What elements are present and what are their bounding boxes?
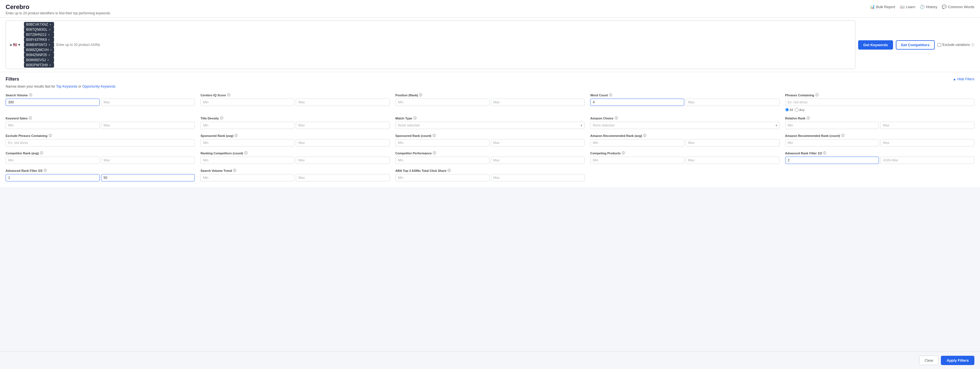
filter-label-text: Competitor Rank (avg) [6,152,39,155]
radio-any-input[interactable] [795,108,799,112]
radio-any-text: Any [799,108,805,112]
filter-min-advanced-rank-filter-1-2[interactable] [785,157,879,164]
filter-label-search-volume: Search Volumeⓘ [6,93,195,97]
asin-search-input[interactable] [55,42,853,47]
remove-asin-button[interactable]: × [48,53,50,57]
filter-group-advanced-rank-filter-1-2: Advanced Rank Filter 1/2ⓘ [785,151,974,164]
filters-title: Filters [6,77,19,82]
filter-group-title-density: Title Densityⓘ [200,116,390,129]
header-left: Cerebro Enter up to 20 product identifie… [6,3,111,15]
filter-min-competitor-performance[interactable] [395,157,490,164]
radio-all-input[interactable] [785,108,789,112]
asin-input-area[interactable]: a 🇺🇸 ▾ B0BCVK7XNZ×B08TQN83GL×B07Z8HN212×… [6,21,855,69]
radio-any-label[interactable]: Any [795,108,805,112]
filter-min-position-rank[interactable] [395,99,490,106]
filter-min-search-volume[interactable] [6,99,100,106]
filter-min-competitor-rank-avg[interactable] [6,157,100,164]
remove-asin-button[interactable]: × [50,48,52,51]
filter-group-sponsored-rank-avg: Sponsored Rank (avg)ⓘ [200,134,390,147]
remove-asin-button[interactable]: × [49,23,51,26]
country-dropdown-arrow[interactable]: ▾ [18,43,20,47]
remove-asin-button[interactable]: × [49,63,51,67]
filter-select-amazon-choice[interactable]: None selected [590,122,780,129]
filter-min-advanced-rank-filter-2-2[interactable] [6,174,100,181]
filter-min-amazon-recommended-rank-avg[interactable] [590,139,684,147]
filter-max-amazon-recommended-rank-count[interactable] [880,139,974,147]
history-icon: 🕐 [920,5,924,9]
filter-row-advanced-rank-filter-1-2 [785,157,974,164]
history-nav[interactable]: 🕐 History [920,5,937,9]
hide-filters-button[interactable]: ▲ Hide Filters [953,77,974,81]
top-keywords-link[interactable]: Top Keywords [56,85,77,88]
bulk-report-label: Bulk Report [876,5,895,9]
filter-max-relative-rank[interactable] [880,122,974,129]
filter-max-competitor-rank-avg[interactable] [101,157,195,164]
filter-label-text: Cerebro IQ Score [200,94,226,97]
learn-nav[interactable]: 📖 Learn [900,5,915,9]
filter-min-title-density[interactable] [200,122,294,129]
filter-max-position-rank[interactable] [491,99,585,106]
filter-min-sponsored-rank-count[interactable] [395,139,490,147]
filter-single-input-exclude-phrases[interactable] [6,139,195,147]
remove-asin-button[interactable]: × [49,28,51,31]
filter-max-advanced-rank-filter-1-2[interactable] [880,157,974,164]
filter-min-ranking-competitors-count[interactable] [200,157,294,164]
filter-max-amazon-recommended-rank-avg[interactable] [686,139,780,147]
info-icon: ⓘ [220,116,223,120]
remove-asin-button[interactable]: × [48,43,50,46]
filter-label-text: Advanced Rank Filter 1/2 [785,152,822,155]
filter-select-match-type[interactable]: None selected [395,122,585,129]
filter-min-keyword-sales[interactable] [6,122,100,129]
info-icon: ⓘ [447,168,450,173]
filter-min-search-volume-trend[interactable] [200,174,294,181]
filter-min-sponsored-rank-avg[interactable] [200,139,294,147]
filter-max-sponsored-rank-avg[interactable] [296,139,390,147]
remove-asin-button[interactable]: × [47,58,49,62]
info-icon: ⓘ [244,151,247,155]
filter-phrases-input-phrases-containing[interactable] [785,99,974,106]
filter-max-search-volume-trend[interactable] [296,174,390,181]
filter-row-competing-products [590,157,780,164]
common-words-nav[interactable]: 💬 Common Words [942,5,974,9]
common-words-icon: 💬 [942,5,947,9]
filter-max-competitor-performance[interactable] [491,157,585,164]
filter-max-title-density[interactable] [296,122,390,129]
asin-tag-label: B096992VSJ [26,58,46,62]
asin-tag-label: B07Z8HN212 [26,33,47,37]
history-label: History [926,5,937,9]
filter-label-text: Phrases Containing [785,94,814,97]
remove-asin-button[interactable]: × [48,33,49,36]
filter-min-cerebro-iq-score[interactable] [200,99,294,106]
filter-max-keyword-sales[interactable] [101,122,195,129]
get-competitors-button[interactable]: Get Competitors [896,40,935,50]
asin-tags-container: B0BCVK7XNZ×B08TQN83GL×B07Z8HN212×B09Y43T… [24,22,54,68]
filter-min-competing-products[interactable] [590,157,684,164]
filter-min-amazon-recommended-rank-count[interactable] [785,139,879,147]
exclude-info-icon: ⓘ [971,43,974,47]
opportunity-keywords-link[interactable]: Opportunity Keywords [82,85,115,88]
header-right: 📊 Bulk Report 📖 Learn 🕐 History 💬 Common… [870,5,974,9]
radio-all-label[interactable]: All [785,108,793,112]
bulk-report-nav[interactable]: 📊 Bulk Report [870,5,895,9]
filter-max-competing-products[interactable] [686,157,780,164]
filter-min-relative-rank[interactable] [785,122,879,129]
remove-asin-button[interactable]: × [48,38,50,42]
filter-label-cerebro-iq-score: Cerebro IQ Scoreⓘ [200,93,390,97]
exclude-variations-checkbox[interactable] [937,43,941,47]
get-keywords-button[interactable]: Get Keywords [858,40,893,50]
filter-label-text: Sponsored Rank (count) [395,134,431,137]
chevron-up-icon: ▲ [953,77,956,81]
filter-row-search-volume [6,99,195,106]
filter-max-aba-top-3[interactable] [491,174,585,181]
filter-max-word-count[interactable] [686,99,780,106]
filter-max-cerebro-iq-score[interactable] [296,99,390,106]
filter-group-search-volume: Search Volumeⓘ [6,93,195,112]
filter-max-advanced-rank-filter-2-2[interactable] [101,174,195,181]
filter-max-sponsored-rank-count[interactable] [491,139,585,147]
filter-max-search-volume[interactable] [101,99,195,106]
exclude-variations-wrap: Exclude variations ⓘ [937,43,974,47]
filter-label-text: ABA Top 3 ASINs Total Click Share [395,169,447,173]
filter-min-aba-top-3[interactable] [395,174,490,181]
filter-max-ranking-competitors-count[interactable] [296,157,390,164]
filter-min-word-count[interactable] [590,99,684,106]
